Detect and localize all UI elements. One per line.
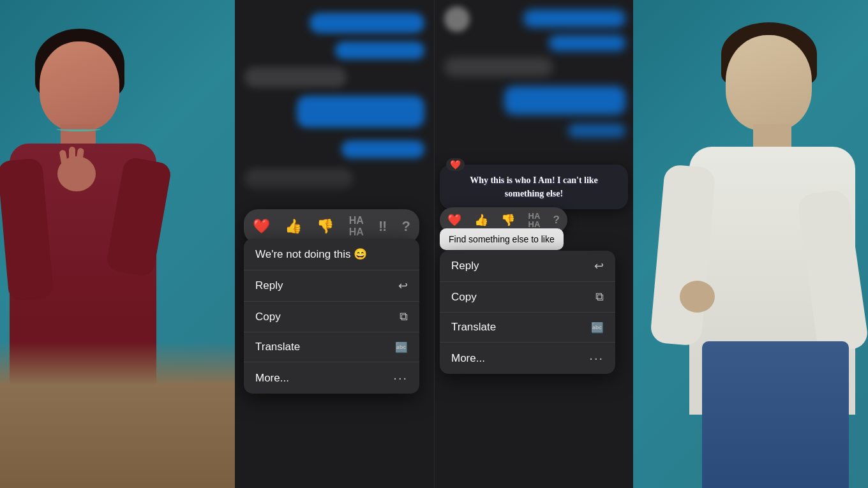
reaction-haha[interactable]: HAHA: [349, 215, 364, 238]
left-context-menu: We're not doing this 😄 Reply ↩ Copy ⧉ Tr…: [244, 239, 419, 394]
find-something-tooltip: Find something else to like: [440, 228, 564, 250]
left-menu-copy[interactable]: Copy ⧉: [244, 302, 419, 332]
reaction-question[interactable]: ?: [402, 218, 410, 235]
left-menu-translate[interactable]: Translate 🔤: [244, 332, 419, 362]
right-context-menu: Reply ↩ Copy ⧉ Translate 🔤 More... ···: [440, 251, 615, 374]
left-chat-bg: [235, 0, 434, 211]
right-background: [613, 0, 868, 488]
left-background: [0, 0, 243, 488]
right-phone-panel: ❤️ Why this is who I Am! I can't like so…: [434, 0, 633, 488]
reaction-like[interactable]: 👍: [285, 218, 302, 235]
r-reaction-question[interactable]: ?: [553, 214, 560, 226]
reaction-heart[interactable]: ❤️: [253, 218, 270, 235]
more-icon: ···: [393, 371, 408, 385]
r-reaction-dislike[interactable]: 👎: [501, 213, 515, 227]
right-handwriting-bubble: ❤️ Why this is who I Am! I can't like so…: [440, 165, 628, 209]
r-translate-icon: 🔤: [591, 322, 604, 334]
r-reaction-like[interactable]: 👍: [474, 213, 488, 227]
right-menu-reply[interactable]: Reply ↩: [440, 251, 615, 282]
copy-icon: ⧉: [400, 310, 408, 323]
reaction-dislike[interactable]: 👎: [317, 218, 334, 235]
left-menu-reply[interactable]: Reply ↩: [244, 270, 419, 302]
r-reaction-haha[interactable]: HAHA: [528, 212, 541, 228]
reaction-emphasis[interactable]: ‼: [378, 218, 387, 235]
left-message-preview: We're not doing this 😄: [244, 239, 419, 270]
r-more-icon: ···: [589, 351, 604, 366]
handwriting-text: Why this is who I Am! I can't like somet…: [450, 174, 618, 200]
right-chat-bg: [435, 0, 633, 172]
r-reply-icon: ↩: [594, 259, 604, 273]
reply-icon: ↩: [398, 279, 408, 293]
right-menu-translate[interactable]: Translate 🔤: [440, 313, 615, 343]
translate-icon: 🔤: [395, 341, 408, 353]
left-menu-more[interactable]: More... ···: [244, 362, 419, 394]
r-copy-icon: ⧉: [595, 290, 604, 304]
r-reaction-heart[interactable]: ❤️: [447, 213, 461, 227]
phone-screenshots-container: ❤️ 👍 👎 HAHA ‼ ? We're not doing this 😄 R…: [235, 0, 633, 488]
right-menu-more[interactable]: More... ···: [440, 343, 615, 374]
right-menu-copy[interactable]: Copy ⧉: [440, 282, 615, 313]
left-phone-panel: ❤️ 👍 👎 HAHA ‼ ? We're not doing this 😄 R…: [235, 0, 434, 488]
